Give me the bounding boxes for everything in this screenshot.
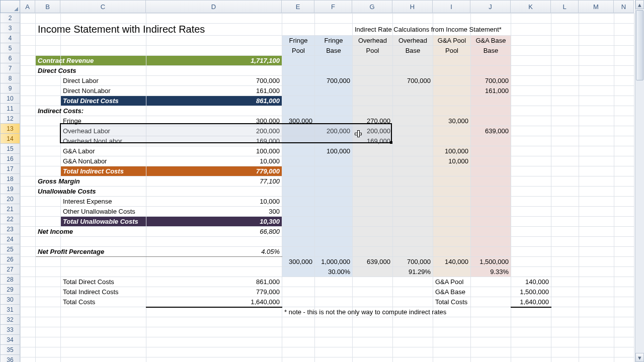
- cell-M5[interactable]: [579, 46, 614, 56]
- cell-K21[interactable]: [511, 207, 551, 217]
- cell-H26[interactable]: 700,000: [393, 257, 433, 267]
- cell-K24[interactable]: [511, 237, 551, 247]
- cell-G15[interactable]: [353, 146, 393, 156]
- cell-D33[interactable]: [146, 327, 282, 337]
- cell-K4[interactable]: [511, 36, 551, 46]
- cell-N15[interactable]: [614, 146, 634, 156]
- cell-G23[interactable]: [353, 227, 393, 237]
- cell-E30[interactable]: [282, 297, 315, 307]
- cell-K17[interactable]: [511, 166, 551, 176]
- cell-F20[interactable]: [315, 197, 353, 207]
- row-22[interactable]: 22: [0, 214, 20, 224]
- row-35[interactable]: 35: [0, 345, 20, 355]
- cell-B15[interactable]: [36, 146, 61, 156]
- col-H[interactable]: H: [392, 0, 433, 13]
- scroll-thumb[interactable]: [636, 10, 643, 80]
- cell-N4[interactable]: [614, 36, 634, 46]
- cell-L10[interactable]: [551, 96, 579, 106]
- cell-D36[interactable]: [146, 357, 282, 363]
- cell-N14[interactable]: [614, 136, 634, 146]
- cell-K36[interactable]: [511, 357, 551, 363]
- cell-F15[interactable]: 100,000: [315, 146, 353, 156]
- cell-F19[interactable]: [315, 187, 353, 197]
- row-13[interactable]: 13: [0, 124, 20, 134]
- cell-K7[interactable]: [511, 66, 551, 76]
- cell-G7[interactable]: [353, 66, 393, 76]
- cell-B5[interactable]: [36, 46, 61, 56]
- row-9[interactable]: 9: [0, 83, 20, 94]
- cell-H23[interactable]: [393, 227, 433, 237]
- cell-M30[interactable]: [579, 297, 614, 307]
- cell-E32[interactable]: [282, 317, 315, 327]
- cell-E6[interactable]: [282, 56, 315, 66]
- cell-E2[interactable]: [282, 14, 315, 24]
- cell-L30[interactable]: [551, 297, 579, 307]
- cell-D32[interactable]: [146, 317, 282, 327]
- cell-C5[interactable]: [61, 46, 146, 56]
- cell-L20[interactable]: [551, 197, 579, 207]
- cell-A3[interactable]: [21, 24, 36, 36]
- cell-I2[interactable]: [433, 14, 471, 24]
- cell-L25[interactable]: [551, 247, 579, 257]
- cell-L9[interactable]: [551, 86, 579, 96]
- cell-H11[interactable]: [393, 106, 433, 116]
- cell-I8[interactable]: [433, 76, 471, 86]
- cell-L26[interactable]: [551, 257, 579, 267]
- cell-D16[interactable]: 10,000: [146, 156, 282, 166]
- cell-N36[interactable]: [614, 357, 634, 363]
- cell-K9[interactable]: [511, 86, 551, 96]
- cell-E27[interactable]: [282, 267, 315, 277]
- cell-F17[interactable]: [315, 166, 353, 176]
- cell-M18[interactable]: [579, 176, 614, 187]
- cell-B33[interactable]: [36, 327, 61, 337]
- cell-F5[interactable]: Base: [315, 46, 353, 56]
- cell-B10[interactable]: [36, 96, 61, 106]
- cell-L33[interactable]: [551, 327, 579, 337]
- row-31[interactable]: 31: [0, 305, 20, 315]
- vertical-scrollbar[interactable]: ▴ ▾: [635, 0, 644, 362]
- cell-F24[interactable]: [315, 237, 353, 247]
- cell-I28[interactable]: G&A Pool: [433, 277, 471, 287]
- cell-M16[interactable]: [579, 156, 614, 166]
- row-26[interactable]: 26: [0, 254, 20, 264]
- cell-K2[interactable]: [511, 14, 551, 24]
- row-16[interactable]: 16: [0, 154, 20, 164]
- cell-H2[interactable]: [393, 14, 433, 24]
- cell-M34[interactable]: [579, 337, 614, 347]
- cell-D14[interactable]: 169,000: [146, 136, 282, 146]
- cell-H17[interactable]: [393, 166, 433, 176]
- cell-F18[interactable]: [315, 176, 353, 187]
- cell-C22[interactable]: Total Unallowable Costs: [61, 217, 146, 227]
- cell-F35[interactable]: [315, 347, 353, 357]
- cell-J20[interactable]: [471, 197, 511, 207]
- cell-K34[interactable]: [511, 337, 551, 347]
- cell-B23[interactable]: Net Income: [36, 227, 61, 237]
- cell-G5[interactable]: Pool: [353, 46, 393, 56]
- cell-I9[interactable]: [433, 86, 471, 96]
- cell-A5[interactable]: [21, 46, 36, 56]
- cell-C33[interactable]: [61, 327, 146, 337]
- cell-E3[interactable]: [282, 24, 315, 36]
- cell-F29[interactable]: [315, 287, 353, 297]
- cell-M11[interactable]: [579, 106, 614, 116]
- cell-D24[interactable]: [146, 237, 282, 247]
- cell-M25[interactable]: [579, 247, 614, 257]
- cell-F7[interactable]: [315, 66, 353, 76]
- cell-M29[interactable]: [579, 287, 614, 297]
- cell-E34[interactable]: [282, 337, 315, 347]
- cell-D30[interactable]: 1,640,000: [146, 297, 282, 307]
- cell-I17[interactable]: [433, 166, 471, 176]
- cell-J25[interactable]: [471, 247, 511, 257]
- cell-A32[interactable]: [21, 317, 36, 327]
- cell-G29[interactable]: [353, 287, 393, 297]
- cell-J21[interactable]: [471, 207, 511, 217]
- cell-I6[interactable]: [433, 56, 471, 66]
- cell-M3[interactable]: [579, 24, 614, 36]
- cell-K30[interactable]: 1,640,000: [511, 297, 551, 307]
- cell-G10[interactable]: [353, 96, 393, 106]
- cell-K12[interactable]: [511, 116, 551, 126]
- cell-H5[interactable]: Base: [393, 46, 433, 56]
- cell-K29[interactable]: 1,500,000: [511, 287, 551, 297]
- cell-D27[interactable]: [146, 267, 282, 277]
- cell-A6[interactable]: [21, 56, 36, 66]
